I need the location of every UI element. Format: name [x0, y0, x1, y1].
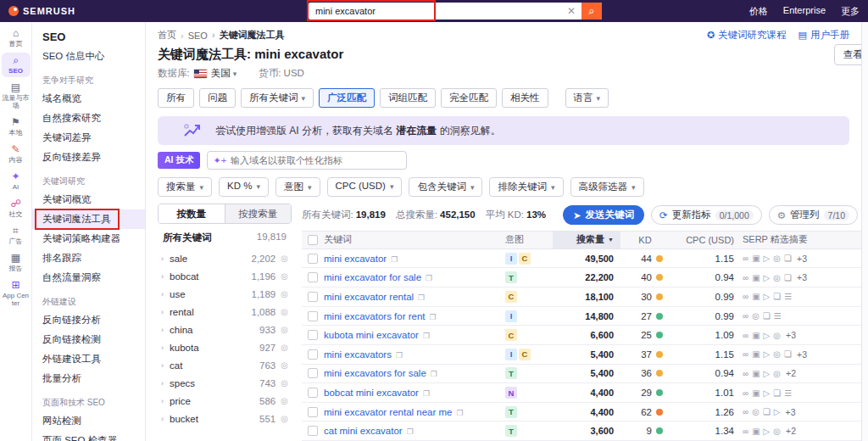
- sidebar-entry[interactable]: 页面 SEO 检查器: [32, 431, 145, 441]
- sidebar-entry[interactable]: 关键词概览: [32, 190, 145, 209]
- filter-dropdown[interactable]: CPC (USD): [327, 177, 403, 197]
- row-checkbox[interactable]: [308, 368, 318, 378]
- topnav-item[interactable]: Enterprise: [783, 5, 826, 18]
- rail-item[interactable]: ⌂ 首页: [2, 25, 31, 50]
- group-row[interactable]: › bucket 551 ◎: [158, 410, 292, 427]
- rail-item[interactable]: ✦ AI: [2, 169, 31, 193]
- open-serp-icon[interactable]: [456, 407, 463, 417]
- match-tab[interactable]: 广泛匹配: [319, 88, 375, 108]
- keyword-link[interactable]: bobcat mini excavator: [324, 388, 419, 398]
- all-keywords-row[interactable]: 所有关键词 19,819: [158, 224, 292, 249]
- row-checkbox[interactable]: [308, 407, 318, 417]
- groups-sort-tab[interactable]: 按数量: [159, 204, 225, 223]
- filter-dropdown[interactable]: 搜索量: [158, 177, 212, 197]
- view-search-button[interactable]: 查看搜索: [834, 44, 861, 65]
- sidebar-entry[interactable]: 排名跟踪: [32, 248, 145, 268]
- search-input[interactable]: mini excavator: [309, 6, 561, 16]
- match-tab[interactable]: 语言: [565, 88, 609, 108]
- rail-item[interactable]: ⚑ 本地: [2, 114, 31, 139]
- sidebar-entry[interactable]: 批量分析: [32, 369, 145, 388]
- group-row[interactable]: › specs 743 ◎: [158, 374, 292, 392]
- keyword-link[interactable]: mini excavators for sale: [324, 368, 426, 378]
- sidebar-entry[interactable]: 反向链接分析: [32, 310, 145, 330]
- match-tab[interactable]: 完全匹配: [441, 88, 497, 108]
- view-group-icon[interactable]: ◎: [281, 396, 288, 405]
- filter-dropdown[interactable]: 包含关键词: [409, 177, 482, 197]
- keyword-link[interactable]: mini excavators for rent: [324, 311, 426, 321]
- match-tab[interactable]: 所有关键词: [241, 88, 314, 108]
- rail-item[interactable]: ▤ 流量与市场: [2, 80, 31, 112]
- select-all-checkbox[interactable]: [308, 235, 318, 245]
- row-checkbox[interactable]: [308, 292, 318, 302]
- groups-sort-tab[interactable]: 按搜索量: [225, 204, 292, 223]
- open-serp-icon[interactable]: [396, 349, 403, 360]
- open-serp-icon[interactable]: [418, 292, 425, 302]
- keyword-link[interactable]: mini excavator rental near me: [324, 407, 452, 417]
- row-checkbox[interactable]: [308, 311, 318, 321]
- rail-item[interactable]: ▦ 报告: [2, 250, 31, 275]
- keyword-link[interactable]: mini excavator: [324, 254, 387, 264]
- view-group-icon[interactable]: ◎: [281, 271, 288, 281]
- open-serp-icon[interactable]: [431, 368, 437, 378]
- collapsed-right-panel[interactable]: [861, 22, 868, 441]
- semrush-logo[interactable]: SEMRUSH: [8, 6, 75, 16]
- ai-domain-field[interactable]: ✦+: [207, 151, 407, 170]
- group-row[interactable]: › kubota 927 ◎: [158, 338, 292, 356]
- sidebar-entry[interactable]: 外链建设工具: [32, 349, 145, 369]
- send-keywords-button[interactable]: ➤ 发送关键词: [563, 205, 644, 225]
- keyword-link[interactable]: mini excavator for sale: [324, 272, 421, 282]
- filter-dropdown[interactable]: KD %: [219, 177, 269, 197]
- group-row[interactable]: › bobcat 1,196 ◎: [158, 267, 292, 285]
- col-cpc[interactable]: CPC (USD): [670, 235, 743, 245]
- sidebar-entry[interactable]: 反向链接检测: [32, 330, 145, 349]
- keyword-link[interactable]: cat mini excavator: [324, 426, 403, 436]
- breadcrumb-item[interactable]: 首页: [158, 29, 176, 42]
- open-serp-icon[interactable]: [423, 330, 430, 340]
- filter-dropdown[interactable]: 排除关键词: [489, 177, 563, 197]
- topnav-item[interactable]: 更多: [841, 5, 860, 18]
- match-tab[interactable]: 问题: [199, 88, 236, 108]
- open-serp-icon[interactable]: [407, 426, 414, 436]
- keyword-link[interactable]: kubota mini excavator: [324, 330, 419, 340]
- sidebar-entry[interactable]: 关键词差异: [32, 128, 145, 148]
- clear-search-icon[interactable]: ✕: [561, 5, 581, 17]
- group-row[interactable]: › rental 1,088 ◎: [158, 303, 292, 321]
- breadcrumb-item[interactable]: SEO: [176, 31, 208, 41]
- manage-columns-button[interactable]: ⚙ 管理列 7/10: [769, 205, 858, 225]
- view-group-icon[interactable]: ◎: [281, 325, 288, 334]
- keyword-link[interactable]: mini excavators: [324, 349, 392, 360]
- database-selector[interactable]: 美国: [211, 67, 237, 80]
- row-checkbox[interactable]: [308, 349, 318, 360]
- view-group-icon[interactable]: ◎: [281, 307, 288, 316]
- help-link[interactable]: ✪ 关键词研究课程: [707, 29, 787, 42]
- col-volume-sorted[interactable]: 搜索量: [553, 232, 620, 248]
- match-tab[interactable]: 所有: [158, 88, 194, 108]
- global-search[interactable]: mini excavator ✕ ⌕: [309, 3, 602, 20]
- group-row[interactable]: › use 1,189 ◎: [158, 285, 292, 303]
- open-serp-icon[interactable]: [423, 388, 430, 398]
- match-tab[interactable]: 词组匹配: [380, 88, 436, 108]
- group-row[interactable]: › cat 763 ◎: [158, 356, 292, 374]
- match-tab[interactable]: 相关性: [502, 88, 548, 108]
- row-checkbox[interactable]: [308, 330, 318, 340]
- row-checkbox[interactable]: [308, 388, 318, 398]
- rail-item[interactable]: ⊞ App Center: [2, 277, 31, 310]
- sidebar-entry[interactable]: 关键词策略构建器: [32, 229, 145, 248]
- sidebar-entry[interactable]: SEO 信息中心: [32, 47, 145, 66]
- open-serp-icon[interactable]: [426, 272, 432, 282]
- help-link[interactable]: ▤ 用户手册: [798, 29, 849, 42]
- rail-item[interactable]: ⌕ SEO: [2, 53, 31, 77]
- row-checkbox[interactable]: [308, 426, 318, 436]
- view-group-icon[interactable]: ◎: [281, 254, 288, 263]
- ai-domain-input[interactable]: [231, 155, 401, 165]
- search-submit-button[interactable]: ⌕: [581, 3, 602, 20]
- open-serp-icon[interactable]: [391, 254, 398, 264]
- view-group-icon[interactable]: ◎: [281, 289, 288, 299]
- keyword-link[interactable]: mini excavator rental: [324, 292, 414, 302]
- update-metrics-button[interactable]: ⟳ 更新指标 0/1,000: [651, 205, 762, 225]
- view-group-icon[interactable]: ◎: [281, 414, 288, 423]
- rail-item[interactable]: ⌗ 广告: [2, 223, 31, 248]
- rail-item[interactable]: ☍ 社交: [2, 196, 31, 220]
- view-group-icon[interactable]: ◎: [281, 343, 288, 352]
- group-row[interactable]: › sale 2,202 ◎: [158, 249, 292, 267]
